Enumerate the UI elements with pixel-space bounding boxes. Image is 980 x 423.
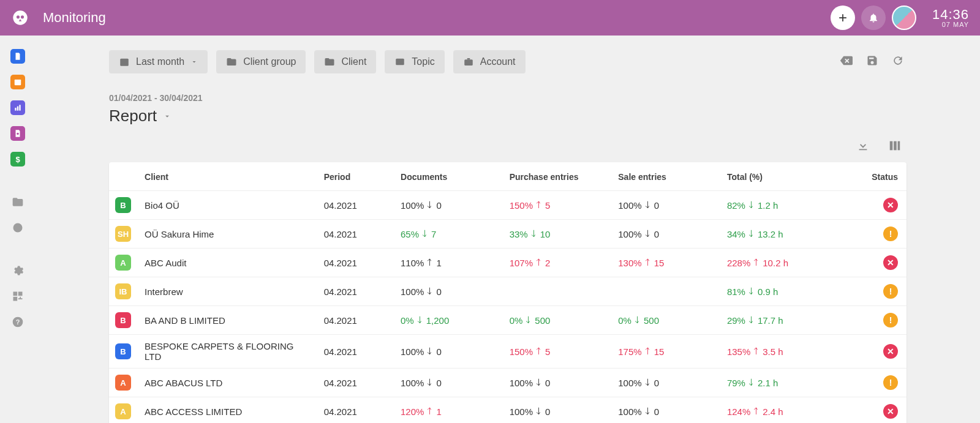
save-icon	[866, 54, 878, 67]
col-status[interactable]: Status	[849, 162, 907, 191]
sidebar-item-help[interactable]: ?	[10, 315, 25, 329]
col-sale[interactable]: Sale entries	[612, 162, 721, 191]
cell-sale	[612, 277, 721, 306]
svg-point-8	[17, 133, 19, 135]
clock: 14:36 07 MAY	[932, 7, 969, 29]
cell-status: !	[849, 369, 907, 397]
cell-status: ✕	[849, 397, 907, 424]
table-row[interactable]: SH OÜ Sakura Hime 04.2021 65% 🡓 7 33% 🡓 …	[109, 220, 907, 249]
cell-period: 04.2021	[318, 249, 394, 277]
columns-button[interactable]	[886, 137, 904, 157]
client-badge: SH	[115, 226, 131, 242]
svg-rect-18	[467, 58, 470, 59]
svg-rect-11	[18, 292, 23, 296]
cell-purchase: 100% 🡓 0	[503, 369, 612, 397]
col-purchase[interactable]: Purchase entries	[503, 162, 612, 191]
download-button[interactable]	[854, 137, 872, 157]
arrow-up-icon: 🡑	[535, 258, 543, 267]
briefcase-icon	[463, 56, 474, 67]
table-row[interactable]: A ABC Audit 04.2021 110% 🡑 1 107% 🡑 2 13…	[109, 249, 907, 277]
cell-purchase: 33% 🡓 10	[503, 220, 612, 249]
cell-client: ABC ACCESS LIMITED	[138, 397, 318, 424]
filter-client-group[interactable]: Client group	[216, 50, 306, 73]
svg-point-0	[13, 10, 27, 24]
arrow-up-icon: 🡑	[644, 258, 652, 267]
metric-value: 228% 🡑 10.2 h	[727, 258, 788, 268]
sidebar-item-apps[interactable]	[10, 289, 25, 304]
arrow-down-icon: 🡓	[747, 201, 756, 209]
cell-period: 04.2021	[318, 220, 394, 249]
sidebar-item-settings[interactable]	[10, 263, 25, 278]
cell-documents: 100% 🡓 0	[394, 277, 503, 306]
col-client[interactable]: Client	[138, 162, 318, 191]
refresh-button[interactable]	[889, 52, 907, 72]
metric-value: 110% 🡑 1	[401, 258, 442, 268]
table-row[interactable]: B Bio4 OÜ 04.2021 100% 🡓 0 150% 🡑 5 100%…	[109, 191, 907, 220]
clock-date: 07 MAY	[932, 21, 969, 29]
status-error-icon: ✕	[883, 404, 898, 419]
cell-total: 79% 🡓 2.1 h	[721, 369, 849, 397]
cell-purchase: 0% 🡓 500	[503, 306, 612, 335]
cell-total: 124% 🡑 2.4 h	[721, 397, 849, 424]
cell-documents: 0% 🡓 1,200	[394, 306, 503, 335]
svg-rect-17	[464, 59, 473, 66]
sidebar-item-documents[interactable]	[10, 49, 25, 64]
metric-value: 0% 🡓 500	[510, 315, 551, 326]
arrow-down-icon: 🡓	[747, 287, 756, 296]
col-total[interactable]: Total (%)	[721, 162, 849, 191]
cell-status: ✕	[849, 191, 907, 220]
sidebar-item-calendar[interactable]	[10, 75, 25, 89]
clear-filters-button[interactable]	[837, 51, 855, 72]
arrow-down-icon: 🡓	[644, 230, 652, 238]
cell-purchase: 107% 🡑 2	[503, 249, 612, 277]
filter-topic[interactable]: Topic	[385, 50, 444, 73]
filter-client[interactable]: Client	[314, 50, 376, 73]
client-badge: B	[115, 197, 131, 213]
cell-sale: 130% 🡑 15	[612, 249, 721, 277]
sidebar-item-reports[interactable]	[10, 100, 25, 115]
report-table: Client Period Documents Purchase entries…	[109, 162, 907, 423]
svg-rect-20	[894, 141, 897, 151]
cell-total: 228% 🡑 10.2 h	[721, 249, 849, 277]
metric-value: 100% 🡓 0	[510, 378, 551, 388]
col-documents[interactable]: Documents	[394, 162, 503, 191]
chevron-down-icon[interactable]	[163, 112, 172, 121]
filter-client-group-label: Client group	[243, 56, 296, 67]
table-row[interactable]: B BA AND B LIMITED 04.2021 0% 🡓 1,200 0%…	[109, 306, 907, 335]
report-title: Report	[109, 107, 157, 125]
svg-text:?: ?	[16, 318, 20, 326]
metric-value: 0% 🡓 1,200	[401, 315, 449, 326]
filter-date[interactable]: Last month	[109, 50, 208, 73]
dollar-icon: $	[15, 155, 20, 164]
refresh-icon	[892, 54, 904, 67]
sidebar-item-contacts[interactable]	[10, 195, 25, 209]
sidebar-item-people[interactable]	[10, 220, 25, 235]
svg-rect-21	[898, 141, 900, 151]
save-button[interactable]	[864, 52, 881, 72]
sidebar-item-billing[interactable]: $	[10, 152, 25, 167]
add-button[interactable]: +	[831, 6, 855, 30]
metric-value: 0% 🡓 500	[618, 315, 659, 326]
table-row[interactable]: IB Interbrew 04.2021 100% 🡓 0 81% 🡓 0.9 …	[109, 277, 907, 306]
widgets-icon	[12, 290, 24, 302]
cell-client: ABC ABACUS LTD	[138, 369, 318, 397]
arrow-up-icon: 🡑	[426, 258, 434, 267]
metric-value: 82% 🡓 1.2 h	[727, 200, 778, 211]
sidebar-item-monitoring[interactable]	[10, 126, 25, 141]
svg-rect-4	[15, 80, 21, 81]
table-row[interactable]: A ABC ABACUS LTD 04.2021 100% 🡓 0 100% 🡓…	[109, 369, 907, 397]
notifications-button[interactable]	[861, 6, 886, 30]
cell-documents: 110% 🡑 1	[394, 249, 503, 277]
col-period[interactable]: Period	[318, 162, 394, 191]
metric-value: 100% 🡓 0	[401, 286, 442, 297]
cell-total: 81% 🡓 0.9 h	[721, 277, 849, 306]
cell-sale: 0% 🡓 500	[612, 306, 721, 335]
cell-purchase: 100% 🡓 0	[503, 397, 612, 424]
arrow-down-icon: 🡓	[535, 378, 543, 387]
table-row[interactable]: B BESPOKE CARPETS & FLOORING LTD 04.2021…	[109, 335, 907, 369]
filter-account[interactable]: Account	[453, 50, 526, 73]
table-row[interactable]: A ABC ACCESS LIMITED 04.2021 120% 🡑 1 10…	[109, 397, 907, 424]
status-warn-icon: !	[883, 375, 898, 390]
user-avatar[interactable]	[892, 6, 916, 30]
bell-icon	[868, 12, 879, 23]
